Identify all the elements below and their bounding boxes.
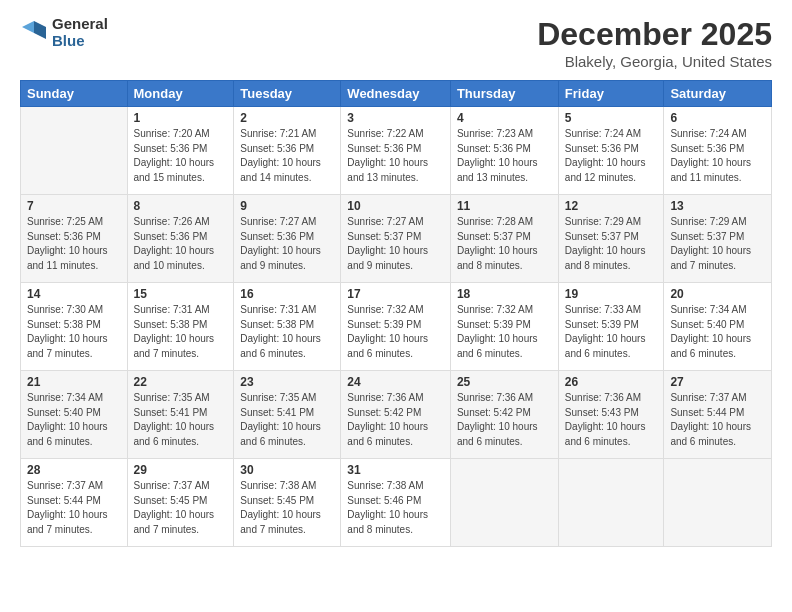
table-row: 10Sunrise: 7:27 AMSunset: 5:37 PMDayligh…	[341, 195, 451, 283]
table-row	[450, 459, 558, 547]
day-number: 19	[565, 287, 658, 301]
day-number: 1	[134, 111, 228, 125]
day-info: Sunrise: 7:24 AMSunset: 5:36 PMDaylight:…	[670, 127, 765, 185]
day-info: Sunrise: 7:34 AMSunset: 5:40 PMDaylight:…	[670, 303, 765, 361]
calendar-header-row: Sunday Monday Tuesday Wednesday Thursday…	[21, 81, 772, 107]
logo-icon	[20, 19, 48, 47]
logo-general-text: General	[52, 16, 108, 33]
day-number: 21	[27, 375, 121, 389]
day-number: 20	[670, 287, 765, 301]
table-row: 2Sunrise: 7:21 AMSunset: 5:36 PMDaylight…	[234, 107, 341, 195]
day-number: 7	[27, 199, 121, 213]
calendar-week-row: 14Sunrise: 7:30 AMSunset: 5:38 PMDayligh…	[21, 283, 772, 371]
day-info: Sunrise: 7:25 AMSunset: 5:36 PMDaylight:…	[27, 215, 121, 273]
day-number: 13	[670, 199, 765, 213]
title-block: December 2025 Blakely, Georgia, United S…	[537, 16, 772, 70]
col-monday: Monday	[127, 81, 234, 107]
day-info: Sunrise: 7:20 AMSunset: 5:36 PMDaylight:…	[134, 127, 228, 185]
table-row: 4Sunrise: 7:23 AMSunset: 5:36 PMDaylight…	[450, 107, 558, 195]
table-row	[664, 459, 772, 547]
day-info: Sunrise: 7:29 AMSunset: 5:37 PMDaylight:…	[670, 215, 765, 273]
day-info: Sunrise: 7:37 AMSunset: 5:44 PMDaylight:…	[27, 479, 121, 537]
table-row: 6Sunrise: 7:24 AMSunset: 5:36 PMDaylight…	[664, 107, 772, 195]
day-info: Sunrise: 7:31 AMSunset: 5:38 PMDaylight:…	[240, 303, 334, 361]
day-number: 29	[134, 463, 228, 477]
calendar-week-row: 7Sunrise: 7:25 AMSunset: 5:36 PMDaylight…	[21, 195, 772, 283]
subtitle: Blakely, Georgia, United States	[537, 53, 772, 70]
day-info: Sunrise: 7:24 AMSunset: 5:36 PMDaylight:…	[565, 127, 658, 185]
day-number: 6	[670, 111, 765, 125]
day-info: Sunrise: 7:23 AMSunset: 5:36 PMDaylight:…	[457, 127, 552, 185]
day-number: 30	[240, 463, 334, 477]
col-saturday: Saturday	[664, 81, 772, 107]
day-info: Sunrise: 7:37 AMSunset: 5:44 PMDaylight:…	[670, 391, 765, 449]
day-number: 8	[134, 199, 228, 213]
table-row: 7Sunrise: 7:25 AMSunset: 5:36 PMDaylight…	[21, 195, 128, 283]
day-info: Sunrise: 7:37 AMSunset: 5:45 PMDaylight:…	[134, 479, 228, 537]
day-number: 25	[457, 375, 552, 389]
calendar-table: Sunday Monday Tuesday Wednesday Thursday…	[20, 80, 772, 547]
table-row: 20Sunrise: 7:34 AMSunset: 5:40 PMDayligh…	[664, 283, 772, 371]
day-number: 5	[565, 111, 658, 125]
day-info: Sunrise: 7:27 AMSunset: 5:37 PMDaylight:…	[347, 215, 444, 273]
col-wednesday: Wednesday	[341, 81, 451, 107]
logo-text: General Blue	[52, 16, 108, 49]
table-row: 15Sunrise: 7:31 AMSunset: 5:38 PMDayligh…	[127, 283, 234, 371]
day-number: 11	[457, 199, 552, 213]
day-info: Sunrise: 7:26 AMSunset: 5:36 PMDaylight:…	[134, 215, 228, 273]
day-info: Sunrise: 7:35 AMSunset: 5:41 PMDaylight:…	[134, 391, 228, 449]
page: General Blue December 2025 Blakely, Geor…	[0, 0, 792, 612]
day-number: 4	[457, 111, 552, 125]
day-number: 22	[134, 375, 228, 389]
table-row: 31Sunrise: 7:38 AMSunset: 5:46 PMDayligh…	[341, 459, 451, 547]
table-row: 13Sunrise: 7:29 AMSunset: 5:37 PMDayligh…	[664, 195, 772, 283]
table-row: 14Sunrise: 7:30 AMSunset: 5:38 PMDayligh…	[21, 283, 128, 371]
table-row: 25Sunrise: 7:36 AMSunset: 5:42 PMDayligh…	[450, 371, 558, 459]
col-thursday: Thursday	[450, 81, 558, 107]
day-info: Sunrise: 7:31 AMSunset: 5:38 PMDaylight:…	[134, 303, 228, 361]
day-number: 9	[240, 199, 334, 213]
day-info: Sunrise: 7:29 AMSunset: 5:37 PMDaylight:…	[565, 215, 658, 273]
table-row: 9Sunrise: 7:27 AMSunset: 5:36 PMDaylight…	[234, 195, 341, 283]
day-info: Sunrise: 7:32 AMSunset: 5:39 PMDaylight:…	[347, 303, 444, 361]
day-info: Sunrise: 7:38 AMSunset: 5:46 PMDaylight:…	[347, 479, 444, 537]
day-number: 26	[565, 375, 658, 389]
day-number: 27	[670, 375, 765, 389]
table-row: 21Sunrise: 7:34 AMSunset: 5:40 PMDayligh…	[21, 371, 128, 459]
calendar-week-row: 28Sunrise: 7:37 AMSunset: 5:44 PMDayligh…	[21, 459, 772, 547]
day-number: 24	[347, 375, 444, 389]
day-info: Sunrise: 7:36 AMSunset: 5:42 PMDaylight:…	[457, 391, 552, 449]
table-row: 1Sunrise: 7:20 AMSunset: 5:36 PMDaylight…	[127, 107, 234, 195]
table-row: 29Sunrise: 7:37 AMSunset: 5:45 PMDayligh…	[127, 459, 234, 547]
table-row: 19Sunrise: 7:33 AMSunset: 5:39 PMDayligh…	[558, 283, 664, 371]
col-friday: Friday	[558, 81, 664, 107]
table-row: 18Sunrise: 7:32 AMSunset: 5:39 PMDayligh…	[450, 283, 558, 371]
day-info: Sunrise: 7:30 AMSunset: 5:38 PMDaylight:…	[27, 303, 121, 361]
day-number: 3	[347, 111, 444, 125]
day-number: 28	[27, 463, 121, 477]
day-info: Sunrise: 7:38 AMSunset: 5:45 PMDaylight:…	[240, 479, 334, 537]
day-number: 12	[565, 199, 658, 213]
day-info: Sunrise: 7:22 AMSunset: 5:36 PMDaylight:…	[347, 127, 444, 185]
table-row: 11Sunrise: 7:28 AMSunset: 5:37 PMDayligh…	[450, 195, 558, 283]
day-number: 14	[27, 287, 121, 301]
day-number: 2	[240, 111, 334, 125]
table-row: 5Sunrise: 7:24 AMSunset: 5:36 PMDaylight…	[558, 107, 664, 195]
col-tuesday: Tuesday	[234, 81, 341, 107]
table-row: 16Sunrise: 7:31 AMSunset: 5:38 PMDayligh…	[234, 283, 341, 371]
col-sunday: Sunday	[21, 81, 128, 107]
header: General Blue December 2025 Blakely, Geor…	[20, 16, 772, 70]
day-number: 15	[134, 287, 228, 301]
table-row: 17Sunrise: 7:32 AMSunset: 5:39 PMDayligh…	[341, 283, 451, 371]
table-row: 3Sunrise: 7:22 AMSunset: 5:36 PMDaylight…	[341, 107, 451, 195]
day-number: 31	[347, 463, 444, 477]
day-number: 16	[240, 287, 334, 301]
table-row	[21, 107, 128, 195]
table-row: 22Sunrise: 7:35 AMSunset: 5:41 PMDayligh…	[127, 371, 234, 459]
day-info: Sunrise: 7:36 AMSunset: 5:42 PMDaylight:…	[347, 391, 444, 449]
table-row: 8Sunrise: 7:26 AMSunset: 5:36 PMDaylight…	[127, 195, 234, 283]
table-row: 24Sunrise: 7:36 AMSunset: 5:42 PMDayligh…	[341, 371, 451, 459]
logo: General Blue	[20, 16, 108, 49]
table-row: 28Sunrise: 7:37 AMSunset: 5:44 PMDayligh…	[21, 459, 128, 547]
table-row: 27Sunrise: 7:37 AMSunset: 5:44 PMDayligh…	[664, 371, 772, 459]
